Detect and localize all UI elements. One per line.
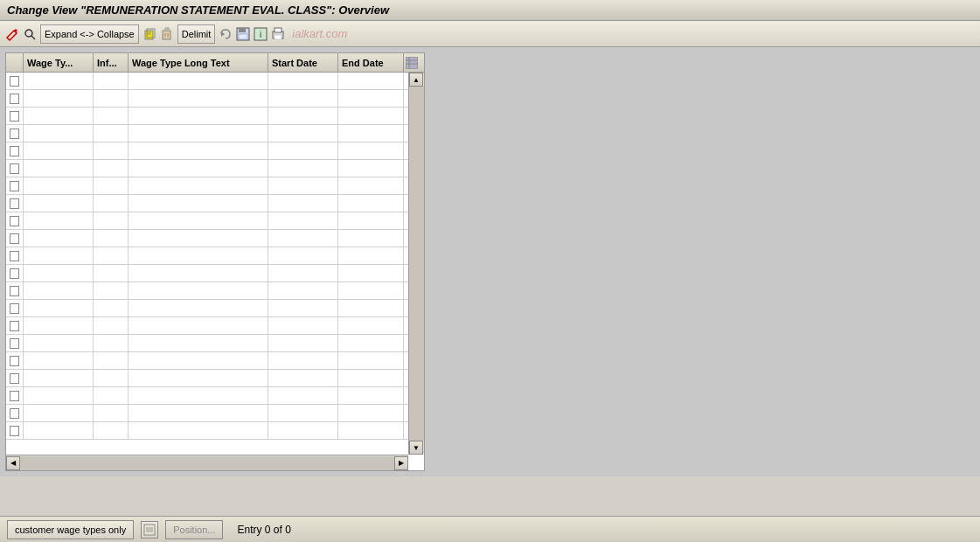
table-row[interactable] [6, 90, 408, 108]
delimit-label: Delimit [182, 29, 212, 39]
print-icon[interactable] [271, 27, 285, 41]
edit-pencil-icon[interactable] [5, 27, 19, 41]
table-row[interactable] [6, 317, 408, 335]
data-table: Wage Ty... Inf... Wage Type Long Text St… [5, 52, 425, 471]
svg-rect-20 [406, 57, 418, 69]
table-row[interactable] [6, 352, 408, 370]
td-wage-type [24, 73, 94, 89]
row-checkbox[interactable] [10, 198, 19, 209]
table-header: Wage Ty... Inf... Wage Type Long Text St… [6, 53, 424, 73]
row-checkbox[interactable] [10, 408, 19, 419]
svg-point-0 [25, 30, 32, 37]
table-row[interactable] [6, 108, 408, 125]
svg-rect-6 [163, 31, 170, 39]
table-row[interactable] [6, 160, 408, 177]
col-header-inf: Inf... [94, 53, 129, 72]
delimit-button[interactable]: Delimit [177, 24, 216, 44]
row-checkbox[interactable] [10, 233, 19, 244]
scroll-right-btn[interactable]: ▶ [394, 456, 408, 470]
table-row[interactable] [6, 142, 408, 160]
table-row[interactable] [6, 177, 408, 195]
undo-icon[interactable] [219, 27, 233, 41]
table-row[interactable] [6, 265, 408, 282]
find-icon[interactable] [23, 27, 37, 41]
row-checkbox[interactable] [10, 163, 19, 174]
save-icon[interactable] [236, 27, 250, 41]
table-row[interactable] [6, 422, 408, 440]
col-header-wage-type: Wage Ty... [24, 53, 94, 72]
td-inf [94, 73, 129, 89]
svg-rect-13 [239, 28, 246, 32]
main-content: Wage Ty... Inf... Wage Type Long Text St… [0, 47, 980, 476]
status-bar: customer wage types only Position... Ent… [0, 516, 980, 542]
row-checkbox[interactable] [10, 303, 19, 314]
svg-marker-11 [221, 31, 225, 37]
col-header-long-text: Wage Type Long Text [129, 53, 268, 72]
scroll-up-btn[interactable]: ▲ [409, 73, 423, 87]
svg-text:i: i [260, 30, 261, 39]
table-row[interactable] [6, 125, 408, 142]
row-checkbox[interactable] [10, 356, 19, 366]
customer-wage-types-button[interactable]: customer wage types only [7, 520, 134, 539]
toolbar: Expand <-> Collapse Delimit [0, 21, 980, 47]
svg-line-1 [31, 36, 35, 39]
scroll-down-btn[interactable]: ▼ [409, 441, 423, 455]
row-checkbox[interactable] [10, 268, 19, 279]
svg-rect-14 [239, 34, 247, 39]
row-checkbox[interactable] [10, 391, 19, 401]
table-row[interactable] [6, 335, 408, 352]
row-checkbox[interactable] [10, 216, 19, 226]
table-row[interactable] [6, 247, 408, 265]
copy-rows-icon[interactable] [142, 27, 156, 41]
scroll-track [409, 87, 424, 441]
row-checkbox[interactable] [10, 338, 19, 349]
td-end-date [338, 73, 404, 89]
table-row[interactable] [6, 195, 408, 212]
row-checkbox[interactable] [10, 286, 19, 296]
horizontal-scrollbar[interactable]: ◀ ▶ [6, 455, 408, 470]
watermark: ialkart.com [292, 27, 347, 40]
table-row[interactable] [6, 387, 408, 405]
table-row[interactable] [6, 212, 408, 230]
row-checkbox[interactable] [10, 146, 19, 156]
row-checkbox[interactable] [10, 321, 19, 331]
title-text: Change View "REMUNERATION STATEMENT EVAL… [7, 3, 389, 17]
entry-count: Entry 0 of 0 [237, 524, 290, 536]
row-checkbox[interactable] [10, 181, 19, 191]
row-checkbox[interactable] [10, 111, 19, 122]
delete-icon[interactable] [160, 27, 174, 41]
table-row[interactable] [6, 300, 408, 317]
table-row[interactable] [6, 370, 408, 387]
position-icon[interactable] [141, 521, 158, 539]
col-header-start-date: Start Date [268, 53, 338, 72]
vertical-scrollbar[interactable]: ▲ ▼ [408, 73, 424, 455]
col-settings-icon[interactable] [404, 53, 420, 72]
td-long-text [129, 73, 268, 89]
row-checkbox[interactable] [10, 76, 19, 87]
td-start-date [268, 73, 338, 89]
expand-collapse-label: Expand <-> Collapse [45, 29, 135, 39]
col-header-select [6, 53, 24, 72]
table-row[interactable] [6, 282, 408, 300]
title-bar: Change View "REMUNERATION STATEMENT EVAL… [0, 0, 980, 21]
col-header-end-date: End Date [338, 53, 404, 72]
svg-rect-18 [275, 28, 281, 32]
scroll-left-btn[interactable]: ◀ [6, 456, 20, 470]
h-scroll-track [20, 456, 394, 470]
row-checkbox[interactable] [10, 129, 19, 139]
info-icon[interactable]: i [254, 27, 268, 41]
row-checkbox[interactable] [10, 94, 19, 104]
row-checkbox[interactable] [10, 373, 19, 384]
position-button[interactable]: Position... [165, 520, 223, 539]
row-checkbox[interactable] [10, 251, 19, 261]
expand-collapse-button[interactable]: Expand <-> Collapse [40, 24, 139, 44]
table-row[interactable] [6, 230, 408, 247]
row-checkbox[interactable] [10, 426, 19, 436]
table-row[interactable] [6, 73, 408, 90]
svg-rect-19 [275, 35, 281, 39]
table-row[interactable] [6, 405, 408, 422]
table-rows-area [6, 73, 408, 455]
